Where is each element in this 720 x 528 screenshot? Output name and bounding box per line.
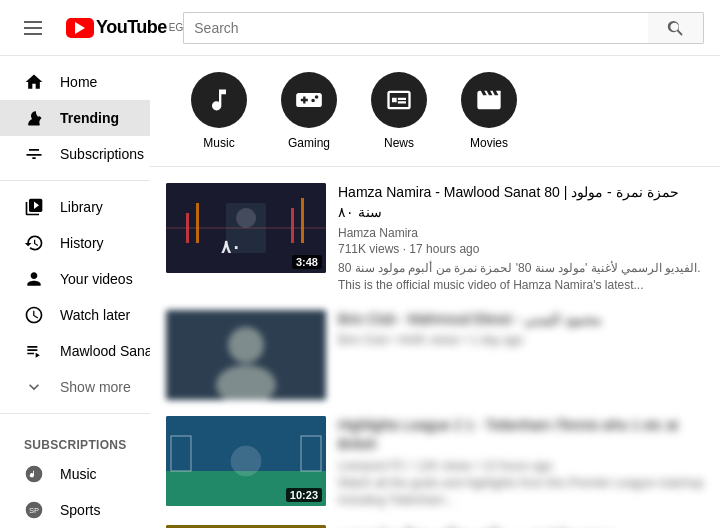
video-item-4[interactable]: 8:15 وصفة مطبخ عربي - الشيرة العربية الم…	[150, 517, 720, 528]
video-desc-1: الفيديو الرسمي لأغنية 'مولود سنة 80' لحم…	[338, 260, 704, 294]
person-thumbnail	[166, 310, 326, 400]
hamburger-button[interactable]	[16, 13, 50, 43]
video-item-2[interactable]: Brio Club - Mahmoud Elessi - محمود اليسي…	[150, 302, 720, 408]
music-category-icon	[191, 72, 247, 128]
gaming-label: Gaming	[288, 136, 330, 150]
category-gaming[interactable]: Gaming	[264, 72, 354, 150]
sidebar-item-playlist[interactable]: Mawlood Sanat 80 Al...	[0, 333, 150, 369]
subscriptions-icon	[24, 144, 44, 164]
video-info-4: وصفة مطبخ عربي - الشيرة العربية المنزلية…	[338, 525, 704, 528]
category-music[interactable]: Music	[174, 72, 264, 150]
svg-rect-26	[166, 525, 326, 528]
svg-text:٨٠: ٨٠	[221, 237, 241, 257]
divider-1	[0, 180, 150, 181]
playlist-icon	[24, 341, 44, 361]
duration-badge-1: 3:48	[292, 255, 322, 269]
video-info-2: Brio Club - Mahmoud Elessi - محمود اليسي…	[338, 310, 704, 400]
news-icon	[385, 86, 413, 114]
sidebar-sub-sports-label: Sports	[60, 502, 100, 518]
sidebar-label-library: Library	[60, 199, 103, 215]
sidebar-label-playlist: Mawlood Sanat 80 Al...	[60, 343, 150, 359]
sidebar-label-watch-later: Watch later	[60, 307, 130, 323]
gaming-category-icon	[281, 72, 337, 128]
video-channel-2: Brio Club • 444K views • 1 day ago	[338, 333, 704, 347]
logo-country: EG	[169, 22, 183, 33]
search-button[interactable]	[648, 12, 704, 44]
video-title-4: وصفة مطبخ عربي - الشيرة العربية المنزلية…	[338, 525, 704, 528]
movies-label: Movies	[470, 136, 508, 150]
categories-bar: Music Gaming News Movies	[150, 56, 720, 167]
sidebar-label-your-videos: Your videos	[60, 271, 133, 287]
music-icon	[205, 86, 233, 114]
search-input[interactable]	[183, 12, 648, 44]
sidebar-item-your-videos[interactable]: Your videos	[0, 261, 150, 297]
svg-rect-17	[301, 198, 304, 243]
food-thumbnail	[166, 525, 326, 528]
svg-point-11	[236, 208, 256, 228]
search-icon	[667, 19, 685, 37]
sidebar-sub-sports[interactable]: SP Sports	[0, 492, 150, 528]
video-item-3[interactable]: 10:23 Highlights League 2 1 - Tottenham …	[150, 408, 720, 517]
video-thumbnail-3: 10:23	[166, 416, 326, 506]
category-movies[interactable]: Movies	[444, 72, 534, 150]
video-list: ٨٠ 3:48 Hamza Namira - Mawlood Sanat 80 …	[150, 167, 720, 528]
sidebar-sub-music[interactable]: Music	[0, 456, 150, 492]
sidebar-sub-music-label: Music	[60, 466, 97, 482]
video-desc-3: Watch all the goals and highlights from …	[338, 475, 704, 509]
youtube-logo[interactable]: YouTubeEG	[66, 17, 183, 38]
svg-rect-16	[291, 208, 294, 243]
sidebar-item-subscriptions[interactable]: Subscriptions	[0, 136, 150, 172]
watch-later-icon	[24, 305, 44, 325]
sidebar-item-history[interactable]: History	[0, 225, 150, 261]
news-category-icon	[371, 72, 427, 128]
show-more-button[interactable]: Show more	[0, 369, 150, 405]
video-thumbnail-4: 8:15	[166, 525, 326, 528]
sidebar-label-home: Home	[60, 74, 97, 90]
search-bar	[183, 12, 704, 44]
svg-point-23	[231, 446, 261, 476]
video-item-1[interactable]: ٨٠ 3:48 Hamza Namira - Mawlood Sanat 80 …	[150, 175, 720, 302]
news-label: News	[384, 136, 414, 150]
movies-category-icon	[461, 72, 517, 128]
sidebar-label-trending: Trending	[60, 110, 119, 126]
yt-icon	[66, 18, 94, 38]
duration-badge-3: 10:23	[286, 488, 322, 502]
sidebar-item-library[interactable]: Library	[0, 189, 150, 225]
chevron-down-icon	[24, 377, 44, 397]
app-layout: Home Trending Subscriptions Library His	[0, 56, 720, 528]
subscriptions-section-title: SUBSCRIPTIONS	[0, 422, 150, 456]
sub-sports-icon: SP	[24, 500, 44, 520]
home-icon	[24, 72, 44, 92]
svg-point-19	[228, 327, 264, 363]
svg-rect-14	[186, 213, 189, 243]
show-more-label: Show more	[60, 379, 131, 395]
your-videos-icon	[24, 269, 44, 289]
sidebar-item-watch-later[interactable]: Watch later	[0, 297, 150, 333]
video-title-2: Brio Club - Mahmoud Elessi - محمود اليسي	[338, 310, 704, 330]
video-meta-1: 711K views · 17 hours ago	[338, 242, 704, 256]
main-content: Music Gaming News Movies	[150, 56, 720, 528]
movies-icon	[475, 86, 503, 114]
sidebar-item-trending[interactable]: Trending	[0, 100, 150, 136]
logo-text: YouTube	[96, 17, 167, 38]
video-channel-3: Liverpool FC • 12K views • 13 hours ago	[338, 459, 704, 473]
header-left: YouTubeEG	[16, 13, 183, 43]
video-title-1: Hamza Namira - Mawlood Sanat 80 | حمزة ن…	[338, 183, 704, 222]
library-icon	[24, 197, 44, 217]
divider-2	[0, 413, 150, 414]
sidebar: Home Trending Subscriptions Library His	[0, 56, 150, 528]
trending-icon	[24, 108, 44, 128]
sidebar-label-history: History	[60, 235, 104, 251]
video-thumbnail-1: ٨٠ 3:48	[166, 183, 326, 273]
svg-text:SP: SP	[29, 506, 39, 515]
sidebar-item-home[interactable]: Home	[0, 64, 150, 100]
video-info-1: Hamza Namira - Mawlood Sanat 80 | حمزة ن…	[338, 183, 704, 294]
video-thumbnail-2	[166, 310, 326, 400]
video-title-3: Highlights League 2 1 - Tottenham iTenni…	[338, 416, 704, 455]
video-channel-1: Hamza Namira	[338, 226, 704, 240]
category-news[interactable]: News	[354, 72, 444, 150]
video-info-3: Highlights League 2 1 - Tottenham iTenni…	[338, 416, 704, 509]
gaming-icon	[295, 86, 323, 114]
sub-music-icon	[24, 464, 44, 484]
history-icon	[24, 233, 44, 253]
